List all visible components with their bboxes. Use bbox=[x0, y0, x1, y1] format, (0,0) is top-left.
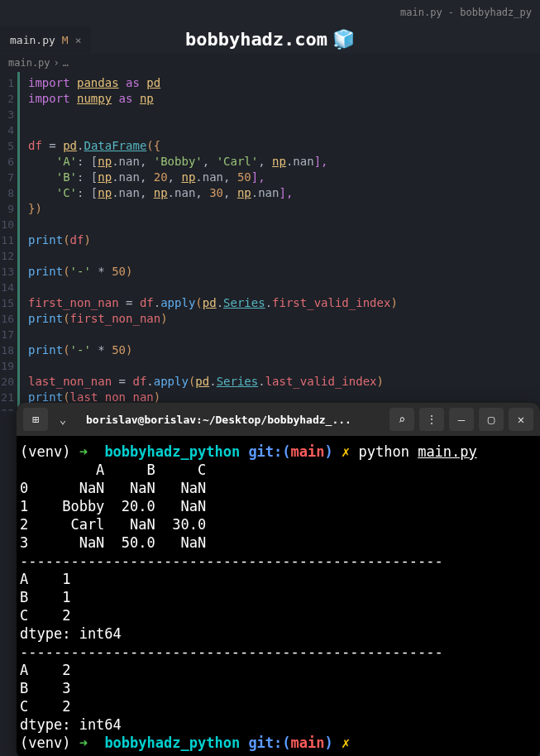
new-tab-icon: ⊞ bbox=[32, 413, 39, 426]
close-icon: ✕ bbox=[518, 413, 524, 426]
menu-button[interactable]: ⋮ bbox=[419, 408, 444, 431]
tab-mainpy[interactable]: main.py M × bbox=[0, 26, 91, 53]
code-editor[interactable]: 12345678910111213141516171819202122 impo… bbox=[0, 72, 540, 411]
profile-dropdown[interactable]: ⌄ bbox=[53, 413, 73, 426]
code-content[interactable]: import pandas as pd import numpy as np d… bbox=[20, 72, 540, 411]
close-icon[interactable]: × bbox=[75, 34, 82, 46]
breadcrumb-more: … bbox=[63, 57, 69, 69]
close-button[interactable]: ✕ bbox=[509, 408, 533, 431]
maximize-icon: ▢ bbox=[488, 413, 495, 426]
minimize-icon: – bbox=[458, 413, 465, 426]
breadcrumb[interactable]: main.py › … bbox=[0, 54, 540, 72]
banner: bobbyhadz.com 🧊 bbox=[185, 29, 355, 50]
minimize-button[interactable]: – bbox=[449, 408, 474, 431]
new-tab-button[interactable]: ⊞ bbox=[23, 408, 48, 431]
breadcrumb-file: main.py bbox=[8, 57, 50, 69]
banner-text: bobbyhadz.com bbox=[185, 29, 327, 50]
menu-icon: ⋮ bbox=[426, 413, 437, 426]
maximize-button[interactable]: ▢ bbox=[479, 408, 504, 431]
terminal-window: ⊞ ⌄ borislav@borislav:~/Desktop/bobbyhad… bbox=[17, 403, 540, 756]
terminal-title: borislav@borislav:~/Desktop/bobbyhadz_..… bbox=[78, 414, 385, 426]
chevron-right-icon: › bbox=[54, 57, 60, 69]
search-icon: ⌕ bbox=[399, 413, 405, 426]
cube-icon: 🧊 bbox=[332, 29, 355, 50]
tab-bar: main.py M × bobbyhadz.com 🧊 bbox=[0, 25, 540, 54]
tab-modified-indicator: M bbox=[62, 34, 69, 46]
window-title: main.py - bobbyhadz_py bbox=[400, 7, 532, 18]
tab-filename: main.py bbox=[10, 34, 55, 46]
terminal-titlebar: ⊞ ⌄ borislav@borislav:~/Desktop/bobbyhad… bbox=[17, 403, 540, 436]
terminal-body[interactable]: (venv) ➜ bobbyhadz_python git:(main) ✗ p… bbox=[17, 436, 540, 756]
line-gutter: 12345678910111213141516171819202122 bbox=[0, 72, 20, 411]
chevron-down-icon: ⌄ bbox=[60, 413, 66, 426]
window-title-bar: main.py - bobbyhadz_py bbox=[0, 0, 540, 25]
search-button[interactable]: ⌕ bbox=[389, 408, 414, 431]
